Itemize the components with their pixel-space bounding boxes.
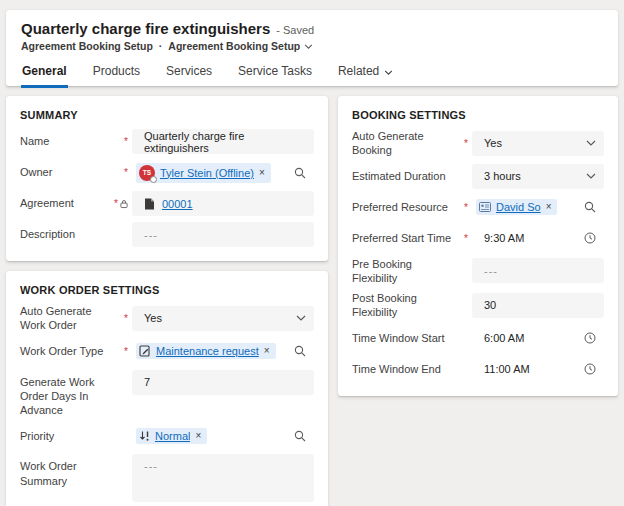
owner-record-link[interactable]: Tyler Stein (Offline): [160, 167, 254, 179]
search-icon[interactable]: [294, 430, 306, 442]
resource-card-icon: [479, 202, 491, 212]
booking-settings-section: BOOKING SETTINGS Auto Generate Booking *…: [338, 96, 618, 396]
agreement-record-icon: [144, 198, 155, 210]
form-header: Quarterly charge fire extinguishers - Sa…: [6, 10, 618, 86]
chevron-down-icon: [296, 315, 306, 321]
time-window-start-input[interactable]: 6:00 AM: [472, 326, 604, 351]
estimated-duration-dropdown[interactable]: 3 hours: [472, 164, 604, 189]
priority-label: Priority: [20, 429, 116, 443]
field-row-work-order-type: Work Order Type * Maintenance request ×: [20, 339, 314, 364]
entity-type-label: Agreement Booking Setup: [21, 40, 153, 52]
auto-generate-work-order-dropdown[interactable]: Yes: [132, 306, 314, 331]
pre-booking-flexibility-input[interactable]: ---: [472, 258, 604, 283]
auto-generate-booking-label: Auto Generate Booking: [352, 129, 456, 158]
work-order-settings-title: WORK ORDER SETTINGS: [20, 284, 314, 296]
priority-lookup-field[interactable]: Normal ×: [132, 423, 314, 448]
search-icon[interactable]: [294, 345, 306, 357]
work-order-summary-textarea[interactable]: ---: [132, 454, 314, 502]
required-marker: *: [116, 346, 132, 357]
estimated-duration-label: Estimated Duration: [352, 169, 456, 183]
required-marker: *: [456, 202, 472, 213]
time-window-start-label: Time Window Start: [352, 331, 456, 345]
priority-icon: [139, 430, 150, 442]
remove-owner-icon[interactable]: ×: [259, 168, 265, 178]
tab-related[interactable]: Related: [337, 61, 394, 88]
field-row-preferred-resource: Preferred Resource * David So ×: [352, 195, 604, 220]
post-booking-flexibility-label: Post Booking Flexibility: [352, 291, 456, 320]
agreement-field[interactable]: 00001: [132, 191, 314, 216]
priority-record-pill[interactable]: Normal ×: [136, 428, 207, 444]
chevron-down-icon: [304, 44, 313, 49]
auto-generate-booking-dropdown[interactable]: Yes: [472, 131, 604, 156]
description-label: Description: [20, 227, 116, 241]
offline-presence-icon: [150, 176, 157, 183]
field-row-priority: Priority Normal ×: [20, 423, 314, 448]
save-status: - Saved: [276, 24, 314, 36]
chevron-down-icon: [586, 140, 596, 146]
required-marker: *: [456, 138, 472, 149]
form-selector[interactable]: Agreement Booking Setup: [168, 40, 313, 52]
summary-section-title: SUMMARY: [20, 109, 314, 121]
time-window-end-label: Time Window End: [352, 362, 456, 376]
preferred-resource-label: Preferred Resource: [352, 200, 456, 214]
title-row: Quarterly charge fire extinguishers - Sa…: [21, 20, 603, 37]
chevron-down-icon: [384, 70, 393, 75]
tab-products[interactable]: Products: [92, 61, 141, 88]
booking-settings-title: BOOKING SETTINGS: [352, 109, 604, 121]
field-row-description: Description ---: [20, 222, 314, 247]
lock-icon: [120, 199, 128, 209]
tab-general[interactable]: General: [21, 61, 68, 88]
preferred-resource-record-link[interactable]: David So: [496, 201, 541, 213]
preferred-start-time-label: Preferred Start Time: [352, 231, 456, 245]
name-input[interactable]: Quarterly charge fire extinguishers: [132, 129, 314, 154]
generate-days-label: Generate Work Order Days In Advance: [20, 370, 116, 418]
remove-work-order-type-icon[interactable]: ×: [264, 346, 270, 356]
field-row-work-order-summary: Work Order Summary ---: [20, 454, 314, 502]
pre-booking-flexibility-label: Pre Booking Flexibility: [352, 257, 456, 286]
required-marker: *: [116, 136, 132, 147]
post-booking-flexibility-input[interactable]: 30: [472, 293, 604, 318]
field-row-owner: Owner * TS Tyler Stein (Offline) ×: [20, 160, 314, 185]
required-marker: *: [116, 313, 132, 324]
field-row-preferred-start-time: Preferred Start Time * 9:30 AM: [352, 226, 604, 251]
work-order-type-record-pill[interactable]: Maintenance request ×: [136, 343, 276, 359]
field-row-time-window-end: Time Window End 11:00 AM: [352, 357, 604, 382]
field-row-time-window-start: Time Window Start 6:00 AM: [352, 326, 604, 351]
auto-generate-work-order-label: Auto Generate Work Order: [20, 304, 116, 333]
generate-days-input[interactable]: 7: [132, 370, 314, 395]
tab-services[interactable]: Services: [165, 61, 213, 88]
description-input[interactable]: ---: [132, 222, 314, 247]
work-order-type-record-link[interactable]: Maintenance request: [156, 345, 259, 357]
remove-preferred-resource-icon[interactable]: ×: [546, 202, 552, 212]
search-icon[interactable]: [584, 201, 596, 213]
work-order-type-lookup-field[interactable]: Maintenance request ×: [132, 339, 314, 364]
agreement-label: Agreement: [20, 196, 116, 210]
tab-service-tasks[interactable]: Service Tasks: [237, 61, 313, 88]
clock-icon[interactable]: [584, 363, 596, 375]
clock-icon[interactable]: [584, 232, 596, 244]
preferred-resource-lookup-field[interactable]: David So ×: [472, 195, 604, 220]
owner-lookup-field[interactable]: TS Tyler Stein (Offline) ×: [132, 160, 314, 185]
priority-record-link[interactable]: Normal: [155, 430, 190, 442]
owner-record-pill[interactable]: TS Tyler Stein (Offline) ×: [136, 163, 271, 183]
preferred-start-time-input[interactable]: 9:30 AM: [472, 226, 604, 251]
field-row-estimated-duration: Estimated Duration 3 hours: [352, 164, 604, 189]
agreement-record-link[interactable]: 00001: [162, 198, 193, 210]
required-lock-marker: *: [116, 198, 132, 209]
clock-icon[interactable]: [584, 332, 596, 344]
preferred-resource-record-pill[interactable]: David So ×: [476, 199, 557, 215]
field-row-post-booking-flexibility: Post Booking Flexibility 30: [352, 291, 604, 320]
field-row-auto-generate-booking: Auto Generate Booking * Yes: [352, 129, 604, 158]
breadcrumb: Agreement Booking Setup · Agreement Book…: [21, 40, 603, 52]
remove-priority-icon[interactable]: ×: [195, 431, 201, 441]
work-order-type-label: Work Order Type: [20, 344, 116, 358]
field-row-name: Name * Quarterly charge fire extinguishe…: [20, 129, 314, 154]
owner-avatar: TS: [139, 165, 155, 181]
time-window-end-input[interactable]: 11:00 AM: [472, 357, 604, 382]
search-icon[interactable]: [294, 167, 306, 179]
page-title: Quarterly charge fire extinguishers: [21, 20, 270, 37]
work-order-summary-label: Work Order Summary: [20, 454, 116, 488]
field-row-agreement: Agreement * 00001: [20, 191, 314, 216]
field-row-pre-booking-flexibility: Pre Booking Flexibility ---: [352, 257, 604, 286]
field-row-generate-days: Generate Work Order Days In Advance 7: [20, 370, 314, 418]
